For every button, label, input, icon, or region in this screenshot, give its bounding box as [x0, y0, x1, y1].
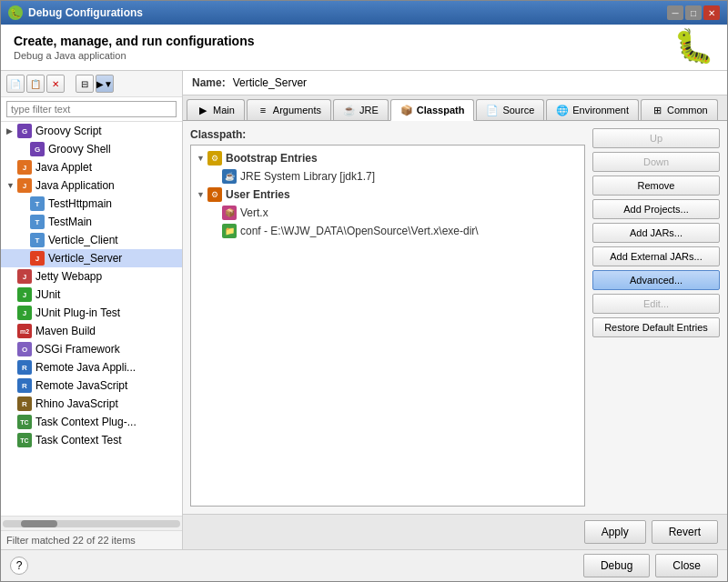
- delete-config-button[interactable]: ✕: [46, 75, 65, 93]
- maven-icon: m2: [17, 324, 32, 338]
- close-footer-button[interactable]: Close: [655, 554, 718, 577]
- sidebar-item-java-application[interactable]: ▼ J Java Application: [1, 176, 182, 195]
- bootstrap-icon: ⚙: [207, 151, 222, 166]
- junit-label: JUnit: [35, 288, 60, 301]
- classpath-panel: Classpath: ▼ ⚙ Bootstrap Entries ☕ JRE: [190, 128, 585, 507]
- tab-environment[interactable]: 🌐 Environment: [546, 99, 639, 120]
- tab-classpath[interactable]: 📦 Classpath: [390, 99, 475, 121]
- tab-main-label: Main: [213, 105, 235, 115]
- sidebar-item-task-plugin[interactable]: TC Task Context Plug-...: [1, 413, 182, 431]
- classpath-tree[interactable]: ▼ ⚙ Bootstrap Entries ☕ JRE System Libra…: [190, 145, 585, 507]
- java-applet-icon: J: [17, 160, 32, 175]
- tab-common-label: Common: [667, 105, 708, 115]
- groovy-shell-icon: G: [30, 142, 45, 156]
- env-tab-icon: 🌐: [556, 104, 569, 116]
- sidebar-item-maven[interactable]: m2 Maven Build: [1, 322, 182, 340]
- tree-item-bootstrap[interactable]: ▼ ⚙ Bootstrap Entries: [195, 149, 581, 167]
- jre-library-label: JRE System Library [jdk1.7]: [240, 170, 375, 183]
- sidebar-scrollbar[interactable]: [1, 516, 182, 530]
- minimize-button[interactable]: ─: [667, 5, 683, 20]
- apply-button[interactable]: Apply: [584, 520, 646, 544]
- new-config-button[interactable]: 📄: [6, 75, 25, 93]
- title-bar-left: 🐛 Debug Configurations: [8, 5, 143, 20]
- testhttpmain-icon: T: [30, 196, 45, 211]
- tree-item-vertx[interactable]: 📦 Vert.x: [195, 204, 581, 222]
- sidebar-item-java-applet[interactable]: J Java Applet: [1, 158, 182, 176]
- tree-item-conf[interactable]: 📁 conf - E:\WJW_DATA\OpenSource\Vert.x\e…: [195, 222, 581, 240]
- sidebar-item-groovy-script[interactable]: ▶ G Groovy Script: [1, 122, 182, 140]
- tab-arguments[interactable]: ≡ Arguments: [247, 99, 331, 120]
- remote-js-label: Remote JavaScript: [35, 379, 127, 392]
- sidebar-item-junit[interactable]: J JUnit: [1, 286, 182, 304]
- task-test-label: Task Context Test: [35, 434, 122, 447]
- remote-java-label: Remote Java Appli...: [35, 361, 136, 374]
- sidebar-item-remote-java[interactable]: R Remote Java Appli...: [1, 358, 182, 376]
- sidebar-item-rhino[interactable]: R Rhino JavaScript: [1, 395, 182, 413]
- tab-source[interactable]: 📄 Source: [476, 99, 544, 120]
- debug-button[interactable]: Debug: [583, 554, 650, 577]
- task-test-icon: TC: [17, 433, 32, 447]
- groovy-shell-label: Groovy Shell: [48, 143, 111, 156]
- duplicate-config-button[interactable]: 📋: [26, 75, 45, 93]
- testmain-icon: T: [30, 215, 45, 229]
- revert-button[interactable]: Revert: [652, 520, 718, 544]
- close-window-button[interactable]: ✕: [703, 5, 720, 20]
- sidebar-list: ▶ G Groovy Script G Groovy Shell J Java …: [1, 122, 182, 516]
- edit-button[interactable]: Edit...: [592, 294, 720, 314]
- rhino-label: Rhino JavaScript: [35, 397, 118, 410]
- restore-defaults-button[interactable]: Restore Default Entries: [592, 317, 720, 337]
- verticle-server-icon: J: [30, 251, 45, 266]
- expand-all-button[interactable]: ▶▼: [96, 75, 114, 93]
- source-tab-icon: 📄: [486, 104, 499, 116]
- add-jars-button[interactable]: Add JARs...: [592, 223, 720, 243]
- bottom-action-bar: Apply Revert: [183, 514, 727, 549]
- add-external-jars-button[interactable]: Add External JARs...: [592, 246, 720, 266]
- down-button[interactable]: Down: [592, 152, 720, 172]
- tree-item-user-entries[interactable]: ▼ ⚙ User Entries: [195, 186, 581, 204]
- window-title: Debug Configurations: [28, 6, 143, 19]
- content-area: 📄 📋 ✕ ⊟ ▶▼ ▶ G Groovy Script: [1, 71, 727, 549]
- filter-input[interactable]: [6, 101, 177, 117]
- jetty-webapp-icon: J: [17, 269, 32, 284]
- classpath-label: Classpath:: [190, 128, 585, 141]
- help-button[interactable]: ?: [10, 557, 28, 575]
- user-entries-expand-icon: ▼: [197, 190, 207, 199]
- tab-main[interactable]: ▶ Main: [187, 99, 245, 120]
- advanced-button[interactable]: Advanced...: [592, 270, 720, 290]
- tab-common[interactable]: ⊞ Common: [641, 99, 718, 120]
- conf-icon: 📁: [222, 224, 237, 238]
- tab-jre-label: JRE: [359, 105, 379, 115]
- task-plugin-label: Task Context Plug-...: [35, 416, 136, 428]
- tab-environment-label: Environment: [572, 105, 629, 115]
- name-field-label: Name:: [192, 76, 226, 89]
- sidebar-item-verticle-server[interactable]: J Verticle_Server: [1, 249, 182, 267]
- conf-label: conf - E:\WJW_DATA\OpenSource\Vert.x\exe…: [240, 225, 479, 237]
- scrollbar-track: [3, 520, 180, 527]
- sidebar-item-jetty-webapp[interactable]: J Jetty Webapp: [1, 267, 182, 286]
- sidebar-item-remote-js[interactable]: R Remote JavaScript: [1, 376, 182, 395]
- vertx-icon: 📦: [222, 206, 237, 220]
- expand-java-app-icon: ▼: [6, 181, 15, 190]
- sidebar-item-testmain[interactable]: T TestMain: [1, 213, 182, 231]
- maximize-button[interactable]: □: [685, 5, 702, 20]
- tab-classpath-label: Classpath: [417, 105, 465, 115]
- header-title: Create, manage, and run configurations: [14, 34, 255, 48]
- sidebar-item-verticle-client[interactable]: T Verticle_Client: [1, 231, 182, 249]
- expand-groovy-script-icon: ▶: [6, 126, 15, 135]
- sidebar-item-testhttpmain[interactable]: T TestHttpmain: [1, 195, 182, 213]
- sidebar-item-osgi[interactable]: O OSGi Framework: [1, 340, 182, 358]
- sidebar-toolbar: 📄 📋 ✕ ⊟ ▶▼: [1, 71, 182, 97]
- collapse-all-button[interactable]: ⊟: [76, 75, 94, 93]
- tab-jre[interactable]: ☕ JRE: [333, 99, 389, 120]
- remove-button[interactable]: Remove: [592, 176, 720, 196]
- tree-item-jre[interactable]: ☕ JRE System Library [jdk1.7]: [195, 167, 581, 186]
- scrollbar-thumb: [21, 520, 57, 527]
- main-tab-icon: ▶: [197, 104, 209, 116]
- sidebar-item-task-test[interactable]: TC Task Context Test: [1, 431, 182, 449]
- up-button[interactable]: Up: [592, 128, 720, 148]
- add-projects-button[interactable]: Add Projects...: [592, 199, 720, 219]
- maven-label: Maven Build: [35, 325, 96, 337]
- sidebar-item-groovy-shell[interactable]: G Groovy Shell: [1, 140, 182, 158]
- sidebar-item-junit-plugin[interactable]: J JUnit Plug-in Test: [1, 304, 182, 322]
- title-bar-controls: ─ □ ✕: [667, 5, 720, 20]
